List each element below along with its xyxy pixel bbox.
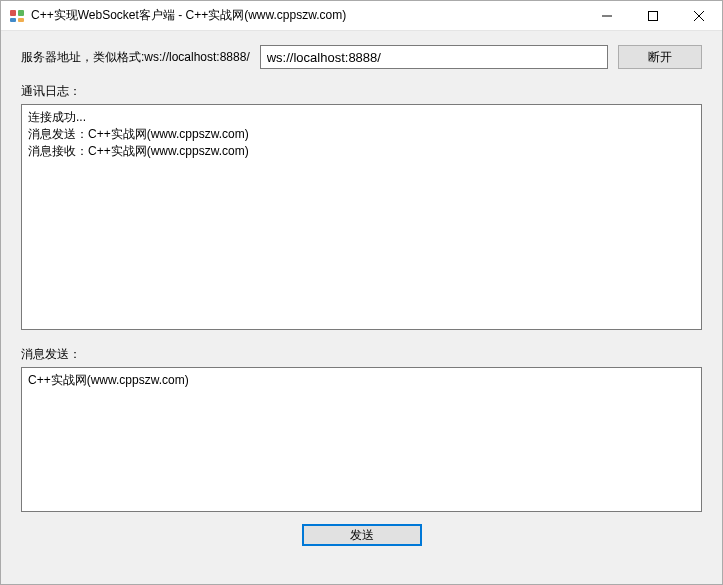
- svg-rect-5: [649, 11, 658, 20]
- send-button-row: 发送: [21, 524, 702, 546]
- send-button[interactable]: 发送: [302, 524, 422, 546]
- address-row: 服务器地址，类似格式:ws://localhost:8888/ 断开: [21, 45, 702, 69]
- disconnect-button[interactable]: 断开: [618, 45, 702, 69]
- log-label: 通讯日志：: [21, 83, 702, 100]
- send-label: 消息发送：: [21, 346, 702, 363]
- svg-rect-0: [10, 10, 16, 16]
- app-icon: [9, 8, 25, 24]
- svg-rect-3: [18, 18, 24, 22]
- app-window: C++实现WebSocket客户端 - C++实战网(www.cppszw.co…: [0, 0, 723, 585]
- titlebar: C++实现WebSocket客户端 - C++实战网(www.cppszw.co…: [1, 1, 722, 31]
- svg-rect-1: [18, 10, 24, 16]
- address-label: 服务器地址，类似格式:ws://localhost:8888/: [21, 49, 250, 66]
- address-input[interactable]: [260, 45, 608, 69]
- send-textarea[interactable]: [21, 367, 702, 512]
- log-textarea[interactable]: [21, 104, 702, 330]
- maximize-button[interactable]: [630, 1, 676, 30]
- client-area: 服务器地址，类似格式:ws://localhost:8888/ 断开 通讯日志：…: [1, 31, 722, 584]
- window-title: C++实现WebSocket客户端 - C++实战网(www.cppszw.co…: [31, 7, 584, 24]
- svg-rect-2: [10, 18, 16, 22]
- minimize-button[interactable]: [584, 1, 630, 30]
- close-button[interactable]: [676, 1, 722, 30]
- window-controls: [584, 1, 722, 30]
